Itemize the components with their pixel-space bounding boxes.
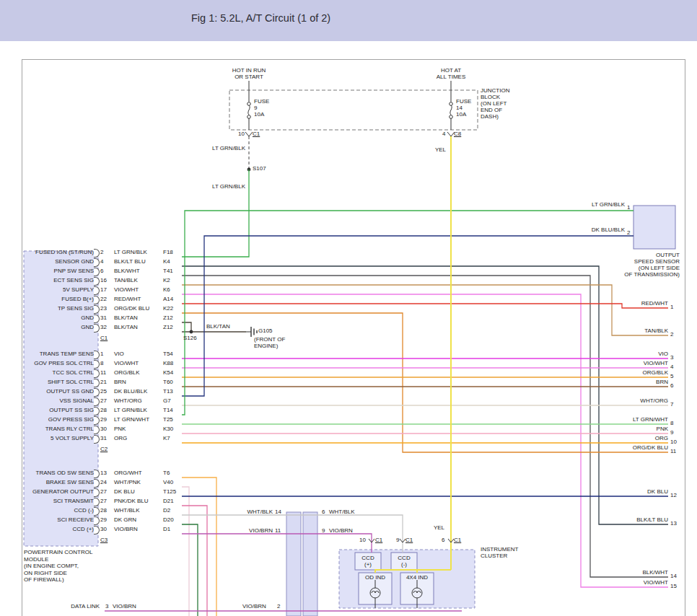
pcm-function-label: GOV PRES SOL CTRL xyxy=(24,358,96,368)
pcm-pin-row: 6BLK/WHTT41 xyxy=(100,266,182,276)
pcm-circuit-id: T125 xyxy=(163,487,176,496)
pcm-function-label: GENERATOR OUTPUT xyxy=(24,487,96,496)
pcm-pin-row: 24WHT/PNKV40 xyxy=(100,478,182,487)
pcm-function-label: PNP SW SENS xyxy=(24,266,96,276)
hot-in-run-label: HOT IN RUN OR START xyxy=(228,67,270,80)
pcm-pin-number: 21 xyxy=(100,377,107,387)
pin-arc-icon xyxy=(94,249,100,258)
edge-pin-number: 2 xyxy=(670,331,673,338)
pcm-pin-number: 29 xyxy=(100,515,107,524)
edge-pin-number: 8 xyxy=(670,420,673,427)
pcm-pin-number: 31 xyxy=(100,434,107,443)
pcm-pin-row: 17VIO/WHTK6 xyxy=(100,285,182,294)
yel-wire-label-bottom: YEL xyxy=(423,524,444,531)
junction-c1-pin: 10 xyxy=(238,131,245,137)
data-link-pin-b: 2 xyxy=(277,603,280,610)
edge-wire-color-label: BLK/WHT xyxy=(642,569,668,576)
pcm-wire-color: BLK/TAN xyxy=(114,313,138,322)
pcm-wire-color: WHT/ORG xyxy=(114,396,142,405)
pcm-wire-color: RED/WHT xyxy=(114,294,141,304)
edge-wire-color-label: BRN xyxy=(656,379,668,386)
pcm-pin-number: 13 xyxy=(100,468,107,478)
pin-arc-icon xyxy=(94,397,100,406)
pcm-pin-row: 31BLK/TANZ12 xyxy=(100,313,182,322)
pcm-wire-color: DK BLU/BLK xyxy=(114,387,147,396)
od-indicator-label: OD IND xyxy=(359,574,392,581)
pcm-wire-color: VIO xyxy=(114,349,124,358)
pcm-function-label: CCD (-) xyxy=(24,506,96,515)
data-link-label: DATA LINK xyxy=(56,603,100,610)
pcm-connector-c1: C1 xyxy=(100,335,108,341)
pcm-wire-color: DK GRN xyxy=(114,515,136,524)
pcm-circuit-id: T6 xyxy=(163,468,170,478)
pcm-circuit-id: V40 xyxy=(163,478,173,487)
inline-row1-left-color: WHT/BLK xyxy=(235,509,273,515)
pcm-wire-color: BRN xyxy=(114,377,126,387)
cluster-pin9-number: 9 xyxy=(396,537,399,543)
pin-arc-icon xyxy=(94,470,100,478)
pcm-circuit-id: T41 xyxy=(163,266,173,276)
inline-row1-left-pin: 14 xyxy=(275,509,281,515)
pin-arc-icon xyxy=(94,324,100,333)
pcm-function-label: 5V SUPPLY xyxy=(24,285,96,294)
pcm-function-label: OUTPUT SS GND xyxy=(24,387,96,396)
pin-arc-icon xyxy=(94,407,100,415)
pcm-pin-number: 8 xyxy=(100,358,103,368)
junction-c8-pin: 4 xyxy=(442,131,445,137)
pcm-wire-color: TAN/BLK xyxy=(114,276,138,285)
sensor-wire2-label: DK BLU/BLK xyxy=(580,226,625,233)
splice-s126-label: S126 xyxy=(183,335,197,341)
edge-pin-number: 9 xyxy=(670,429,673,436)
cluster-pin9-connector: C1 xyxy=(406,537,413,543)
pin-arc-icon xyxy=(94,258,100,267)
pcm-function-label: SCI TRANSMIT xyxy=(24,496,96,506)
edge-wire-color-label: ORG/BLK xyxy=(642,369,668,377)
pcm-function-label: ECT SENS SIG xyxy=(24,276,96,285)
ccd-plus-label: CCD (+) xyxy=(355,555,381,568)
edge-pin-number: 12 xyxy=(670,492,677,499)
pcm-pin-number: 16 xyxy=(100,276,107,285)
pcm-function-label: BRAKE SW SENS xyxy=(24,478,96,487)
pcm-function-label: SCI RECEIVE xyxy=(24,515,96,524)
pcm-circuit-id: K6 xyxy=(163,285,170,294)
pcm-pin-number: 23 xyxy=(100,304,107,313)
pcm-function-label: SHIFT SOL CTRL xyxy=(24,377,96,387)
edge-pin-number: 6 xyxy=(670,382,673,390)
pcm-pin-row: 16TAN/BLKK2 xyxy=(100,276,182,285)
pcm-pin-row: 23ORG/DK BLUK22 xyxy=(100,304,182,313)
pcm-circuit-id: Z12 xyxy=(163,322,173,332)
edge-pin-number: 11 xyxy=(670,448,676,455)
pcm-circuit-id: F18 xyxy=(163,247,173,257)
pcm-circuit-id: K88 xyxy=(163,358,173,368)
pcm-circuit-id: D1 xyxy=(163,524,170,534)
pcm-pin-row: 27PNK/DK BLUD21 xyxy=(100,496,182,506)
pcm-connector-c2: C2 xyxy=(100,446,108,452)
pcm-wire-color: PNK xyxy=(114,424,126,434)
pin-arc-icon xyxy=(94,268,100,276)
pcm-wire-color: PNK/DK BLU xyxy=(114,496,149,506)
edge-wire-color-label: ORG/DK BLU xyxy=(633,444,668,452)
edge-wire-color-label: ORG xyxy=(655,435,668,442)
pcm-wire-color: ORG/DK BLU xyxy=(114,304,149,313)
pcm-function-label: TRANS TEMP SENS xyxy=(24,349,96,358)
ground-wire-label: BLK/TAN xyxy=(206,323,230,330)
pcm-pin-column-C1: 2LT GRN/BLKF184BLK/LT BLUK46BLK/WHTT4116… xyxy=(100,247,182,332)
ground-location-label: (FRONT OF ENGINE) xyxy=(254,336,285,349)
pcm-function-label: TRANS OD SW SENS xyxy=(24,468,96,478)
pcm-circuit-id: K2 xyxy=(163,276,170,285)
pcm-pin-number: 28 xyxy=(100,506,107,515)
pcm-circuit-id: K54 xyxy=(163,368,173,377)
pcm-function-label: TCC SOL CTRL xyxy=(24,368,96,377)
edge-pin-number: 15 xyxy=(670,583,677,590)
pcm-function-label: SENSOR GND xyxy=(24,257,96,266)
pcm-wire-color: DK BLU xyxy=(114,487,135,496)
pcm-connector-c3: C3 xyxy=(100,537,108,543)
pcm-circuit-id: G7 xyxy=(163,396,171,405)
edge-pin-number: 7 xyxy=(670,401,673,408)
pcm-pin-row: 30VIO/BRND1 xyxy=(100,524,182,534)
data-link-wire-b: VIO/BRN xyxy=(242,603,266,610)
ccd-minus-label: CCD (-) xyxy=(391,555,417,568)
pcm-circuit-id: K7 xyxy=(163,434,170,443)
pcm-pin-number: 29 xyxy=(100,415,107,424)
edge-wire-color-label: WHT/ORG xyxy=(640,397,668,405)
